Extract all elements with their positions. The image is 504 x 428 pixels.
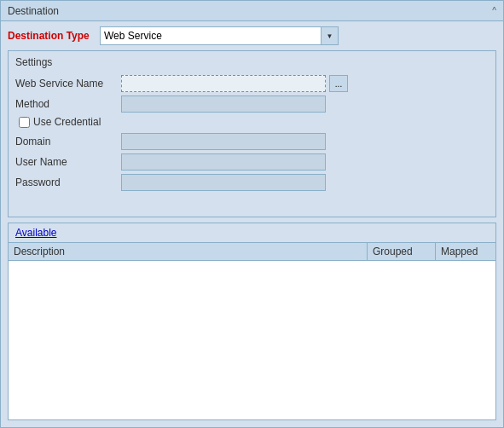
settings-panel: Settings Web Service Name ... Method Use…	[8, 50, 496, 217]
domain-input[interactable]	[121, 133, 326, 150]
password-label: Password	[15, 176, 118, 188]
user-name-label: User Name	[15, 156, 118, 168]
table-header: Description Grouped Mapped	[9, 243, 495, 261]
browse-button[interactable]: ...	[329, 75, 348, 92]
collapse-button[interactable]: ^	[492, 6, 496, 15]
domain-label: Domain	[15, 136, 118, 147]
use-credential-checkbox[interactable]	[19, 117, 30, 128]
method-label: Method	[15, 98, 118, 110]
select-arrow-icon[interactable]: ▼	[322, 26, 339, 45]
header-bar: Destination ^	[1, 1, 503, 21]
main-container: Destination ^ Destination Type Web Servi…	[0, 0, 504, 428]
web-service-name-label: Web Service Name	[15, 78, 118, 90]
password-input[interactable]	[121, 174, 326, 191]
destination-type-row: Destination Type Web Service Database Fi…	[1, 21, 503, 50]
spacer	[15, 194, 489, 211]
header-title: Destination	[8, 5, 59, 17]
user-name-input[interactable]	[121, 153, 326, 171]
domain-row: Domain	[15, 133, 489, 150]
method-row: Method	[15, 95, 489, 113]
web-service-name-input[interactable]	[121, 75, 326, 92]
column-mapped: Mapped	[436, 243, 495, 260]
column-description: Description	[9, 243, 368, 260]
settings-title: Settings	[15, 56, 489, 68]
web-service-name-row: Web Service Name ...	[15, 75, 489, 92]
use-credential-row: Use Credential	[15, 116, 489, 128]
destination-type-select-wrapper: Web Service Database File ▼	[100, 26, 496, 45]
available-section: Available Description Grouped Mapped	[8, 223, 496, 420]
user-name-row: User Name	[15, 153, 489, 171]
available-header: Available	[9, 223, 495, 243]
method-input[interactable]	[121, 95, 326, 113]
destination-type-label: Destination Type	[8, 30, 93, 42]
destination-type-select[interactable]: Web Service Database File	[100, 26, 322, 45]
password-row: Password	[15, 174, 489, 191]
available-link[interactable]: Available	[15, 227, 56, 239]
use-credential-label: Use Credential	[33, 116, 101, 128]
column-grouped: Grouped	[368, 243, 436, 260]
table-body	[9, 261, 495, 419]
